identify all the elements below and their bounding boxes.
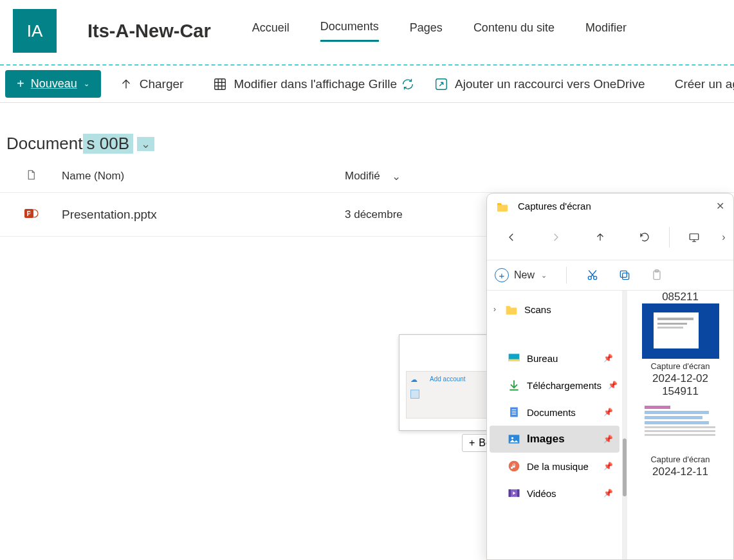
create-label: Créer un age <box>675 77 734 91</box>
column-modified[interactable]: Modifié ⌄ <box>345 170 448 183</box>
scrollbar-thumb[interactable] <box>623 438 627 496</box>
explorer-toolbar: + New ⌄ <box>487 260 733 291</box>
library-title-highlight: s 00B <box>83 134 134 154</box>
nav-documents[interactable]: Documents <box>320 20 379 42</box>
explorer-titlebar[interactable]: Captures d'écran ✕ <box>487 194 733 219</box>
pin-icon: 📌 <box>603 354 613 363</box>
nav-site-content[interactable]: Contenu du site <box>473 21 555 41</box>
column-name[interactable]: Name (Nom) <box>62 170 345 183</box>
onedrive-shortcut-button[interactable]: Ajouter un raccourci vers OneDrive <box>434 77 645 91</box>
svg-rect-13 <box>509 359 520 361</box>
thumbnail-caption: 2024-12-11 <box>631 465 729 478</box>
svg-rect-17 <box>512 414 517 415</box>
top-nav: Accueil Documents Pages Contenu du site … <box>252 20 627 42</box>
tree-label: Bureau <box>527 353 558 364</box>
nav-forward-button[interactable] <box>534 224 578 251</box>
expand-icon[interactable]: › <box>493 305 496 314</box>
thumb-partial-caption: 085211 <box>631 291 729 303</box>
edit-grid-button[interactable]: Modifier dans l'affichage Grille <box>213 77 397 91</box>
grid-icon <box>213 77 227 91</box>
explorer-content: 085211 Capture d'écran 2024-12-02 154911… <box>627 291 733 560</box>
new-label: Nouveau <box>31 77 77 91</box>
pin-icon: 📌 <box>603 489 613 498</box>
svg-rect-16 <box>512 411 517 412</box>
tree-item-pictures[interactable]: Images 📌 <box>490 426 619 453</box>
new-button[interactable]: + Nouveau ⌄ <box>5 70 101 98</box>
tree-item-scans[interactable]: › Scans <box>490 296 619 323</box>
tree-item-desktop[interactable]: Bureau 📌 <box>490 345 619 372</box>
command-bar: + Nouveau ⌄ Charger Modifier dans l'affi… <box>0 66 734 103</box>
folder-icon <box>505 303 518 316</box>
svg-rect-22 <box>509 489 511 497</box>
svg-rect-8 <box>623 273 629 280</box>
explorer-title: Captures d'écran <box>518 201 591 212</box>
videos-icon <box>508 487 520 500</box>
tree-item-music[interactable]: De la musique 📌 <box>490 453 619 480</box>
chevron-right-icon[interactable]: › <box>717 231 731 243</box>
thumbnail-caption: Capture d'écran <box>631 455 729 465</box>
nav-home[interactable]: Accueil <box>252 21 289 41</box>
file-name[interactable]: Presentation.pptx <box>62 208 157 221</box>
tree-item-downloads[interactable]: Téléchargements 📌 <box>490 372 619 399</box>
column-type-icon[interactable] <box>0 169 62 183</box>
cut-icon[interactable] <box>586 269 599 282</box>
tree-item-videos[interactable]: Vidéos 📌 <box>490 480 619 507</box>
svg-rect-0 <box>215 78 226 89</box>
nav-refresh-button[interactable] <box>622 224 666 251</box>
svg-rect-15 <box>512 410 517 410</box>
nav-edit[interactable]: Modifier <box>585 21 627 41</box>
tree-label: Documents <box>527 407 576 418</box>
close-icon[interactable]: ✕ <box>716 200 724 212</box>
edit-grid-label: Modifier dans l'affichage Grille <box>234 77 397 91</box>
pin-icon: 📌 <box>603 462 613 471</box>
powerpoint-icon: P <box>23 206 39 221</box>
chevron-down-icon: ⌄ <box>541 271 547 280</box>
tree-item-documents[interactable]: Documents 📌 <box>490 399 619 426</box>
site-logo[interactable]: IA <box>13 9 57 53</box>
sync-button[interactable] <box>401 77 415 91</box>
chevron-down-icon: ⌄ <box>392 170 401 183</box>
documents-icon <box>508 406 520 419</box>
tree-scrollbar[interactable] <box>622 291 627 560</box>
thumbnail-caption: 154911 <box>631 385 729 398</box>
upload-button[interactable]: Charger <box>119 77 184 91</box>
tree-label: Téléchargements <box>527 380 601 391</box>
nav-pages[interactable]: Pages <box>410 21 443 41</box>
shortcut-icon <box>434 77 448 91</box>
tree-label: Vidéos <box>527 488 556 499</box>
tree-label: De la musique <box>527 461 589 472</box>
svg-rect-23 <box>517 489 519 497</box>
upload-label: Charger <box>140 77 184 91</box>
folder-icon <box>496 201 509 212</box>
file-explorer-window: Captures d'écran ✕ › + New ⌄ › Scans <box>486 193 734 560</box>
thumbnail-preview <box>642 303 719 359</box>
file-type-icon: P <box>0 206 62 224</box>
svg-rect-9 <box>620 271 627 277</box>
chevron-down-icon: ⌄ <box>137 137 154 151</box>
create-button[interactable]: Créer un age <box>675 77 734 91</box>
column-modified-label: Modifié <box>345 170 380 183</box>
explorer-tree: › Scans Bureau 📌 Téléchargements 📌 Docum… <box>487 291 622 560</box>
library-title-prefix: Document <box>6 134 83 154</box>
plus-circle-icon: + <box>495 268 509 282</box>
copy-icon[interactable] <box>618 269 631 282</box>
explorer-new-button[interactable]: + New ⌄ <box>495 268 547 282</box>
thumbnail-preview <box>642 406 719 452</box>
list-header: Name (Nom) Modifié ⌄ <box>0 154 734 193</box>
plus-icon: + <box>17 77 24 91</box>
paste-icon[interactable] <box>650 269 663 282</box>
explorer-new-label: New <box>514 269 535 281</box>
pin-icon: 📌 <box>603 408 613 417</box>
ghost-text: Add account <box>430 375 466 383</box>
thumbnail-item[interactable]: Capture d'écran 2024-12-02 154911 <box>631 303 729 398</box>
library-title-dropdown[interactable]: Documents 00B ⌄ <box>6 134 154 154</box>
explorer-nav: › <box>487 219 733 260</box>
music-icon <box>508 460 520 473</box>
desktop-icon <box>508 352 520 365</box>
nav-up-button[interactable] <box>578 224 622 251</box>
thumbnail-item[interactable]: Capture d'écran 2024-12-11 <box>631 406 729 478</box>
nav-back-button[interactable] <box>490 224 534 251</box>
site-title[interactable]: Its-A-New-Car <box>87 21 211 42</box>
plus-icon: + <box>469 437 475 449</box>
nav-thispc-button[interactable] <box>672 224 717 251</box>
